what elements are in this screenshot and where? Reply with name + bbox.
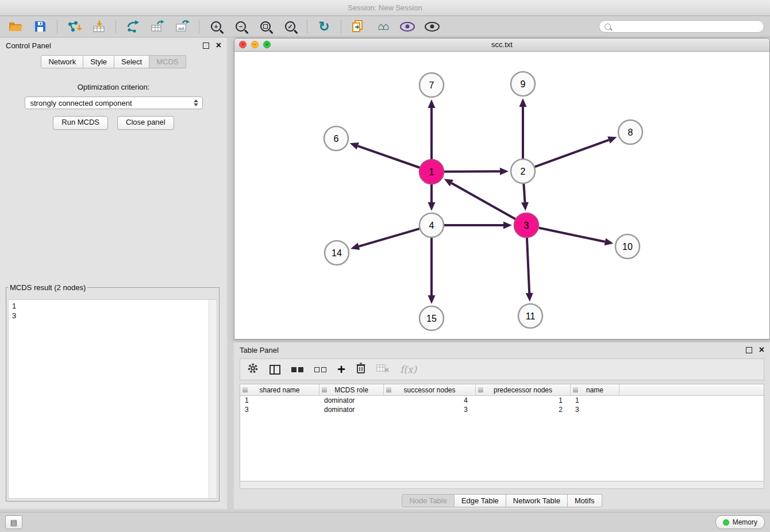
toolbar-separator bbox=[57, 20, 57, 33]
graph-edge-2-3[interactable] bbox=[523, 184, 525, 202]
delete-table-button[interactable] bbox=[376, 363, 389, 376]
gear-icon bbox=[247, 363, 259, 374]
search-icon bbox=[605, 24, 611, 30]
graph-node-label-2: 2 bbox=[521, 167, 526, 176]
memory-status-icon bbox=[723, 519, 729, 526]
zoom-fit-icon bbox=[260, 21, 271, 32]
cell-mcds-role: dominator bbox=[319, 406, 384, 414]
show-columns-button[interactable] bbox=[270, 365, 280, 375]
column-header-name[interactable]: name bbox=[571, 384, 619, 395]
graph-node-label-6: 6 bbox=[334, 134, 339, 144]
graph-edge-4-14[interactable] bbox=[359, 229, 419, 246]
search-input[interactable] bbox=[615, 22, 759, 31]
export-table-button[interactable] bbox=[148, 18, 167, 35]
zoom-in-icon: + bbox=[211, 21, 221, 32]
table-panel: Table Panel × + bbox=[234, 342, 770, 509]
column-header-mcds-role[interactable]: MCDS role bbox=[319, 384, 384, 395]
network-window-titlebar[interactable]: × − + scc.txt bbox=[234, 38, 769, 52]
window-zoom-icon[interactable]: + bbox=[263, 41, 271, 48]
graph-arrowhead-1-7 bbox=[428, 99, 436, 108]
tab-edge-table[interactable]: Edge Table bbox=[455, 494, 506, 507]
zoom-fit-button[interactable] bbox=[256, 18, 275, 35]
graph-edge-3-11[interactable] bbox=[527, 238, 529, 293]
network-canvas[interactable]: 7968124314101511 bbox=[235, 52, 769, 338]
cell-name: 1 bbox=[571, 396, 619, 404]
column-header-shared-name[interactable]: shared name bbox=[240, 384, 319, 395]
show-panels-button[interactable]: ▤ bbox=[5, 515, 22, 529]
column-header-successor-nodes[interactable]: successor nodes bbox=[384, 384, 476, 395]
float-panel-icon[interactable] bbox=[203, 43, 209, 49]
tab-network-table[interactable]: Network Table bbox=[506, 494, 568, 507]
graphics-details-button[interactable] bbox=[398, 18, 417, 35]
export-network-button[interactable] bbox=[123, 18, 143, 35]
export-network-icon bbox=[126, 20, 140, 33]
graph-arrowhead-2-8 bbox=[607, 137, 617, 144]
mcds-result-line: 1 bbox=[12, 301, 213, 311]
export-image-button[interactable] bbox=[172, 18, 192, 35]
graph-edge-3-10[interactable] bbox=[539, 228, 605, 242]
table-row[interactable]: 1 dominator 4 1 1 bbox=[240, 396, 764, 405]
tab-network[interactable]: Network bbox=[41, 55, 83, 68]
import-table-button[interactable] bbox=[89, 18, 109, 35]
deselect-all-rows-button[interactable] bbox=[314, 367, 326, 372]
mcds-result-title: MCDS result (2 nodes) bbox=[8, 283, 87, 292]
memory-button[interactable]: Memory bbox=[715, 515, 765, 529]
table-horizontal-scrollbar[interactable] bbox=[240, 481, 764, 489]
close-panel-icon[interactable]: × bbox=[759, 345, 764, 354]
zoom-selected-button[interactable]: ✓ bbox=[280, 18, 300, 35]
mcds-result-line: 3 bbox=[12, 311, 213, 321]
column-flag-icon bbox=[386, 388, 391, 392]
window-close-icon[interactable]: × bbox=[239, 41, 247, 48]
zoom-in-button[interactable]: + bbox=[206, 18, 226, 35]
run-mcds-button[interactable]: Run MCDS bbox=[53, 116, 108, 130]
close-panel-icon[interactable]: × bbox=[216, 41, 221, 50]
cell-shared-name: 1 bbox=[240, 396, 319, 404]
import-network-button[interactable] bbox=[64, 18, 84, 35]
status-bar: ▤ Memory bbox=[0, 512, 770, 532]
cell-successor-nodes: 3 bbox=[384, 406, 476, 414]
clone-network-button[interactable] bbox=[348, 18, 368, 35]
panel-menu-icon: ▤ bbox=[10, 518, 17, 527]
float-panel-icon[interactable] bbox=[746, 347, 752, 353]
network-graph: 7968124314101511 bbox=[235, 52, 769, 338]
open-session-button[interactable] bbox=[6, 18, 25, 35]
graph-edge-1-2[interactable] bbox=[444, 171, 500, 172]
tab-mcds[interactable]: MCDS bbox=[149, 55, 186, 68]
graph-arrowhead-1-2 bbox=[500, 168, 509, 175]
table-settings-button[interactable] bbox=[247, 363, 259, 376]
refresh-button[interactable]: ↻ bbox=[314, 18, 334, 35]
save-session-button[interactable] bbox=[30, 18, 50, 35]
table-panel-tabs: Node Table Edge Table Network Table Moti… bbox=[234, 494, 770, 507]
window-minimize-icon[interactable]: − bbox=[251, 41, 259, 48]
double-house-button[interactable]: ⌂⌂ bbox=[373, 18, 392, 35]
graph-node-label-14: 14 bbox=[332, 248, 342, 258]
tab-select[interactable]: Select bbox=[114, 55, 149, 68]
result-scrollbar[interactable] bbox=[209, 300, 217, 498]
graph-node-label-11: 11 bbox=[526, 311, 536, 321]
close-panel-button[interactable]: Close panel bbox=[117, 116, 174, 130]
control-panel-tabs: Network Style Select MCDS bbox=[0, 55, 227, 68]
graph-node-label-9: 9 bbox=[521, 79, 526, 89]
column-flag-icon bbox=[478, 388, 483, 392]
node-table: shared name MCDS role successor nodes pr… bbox=[240, 384, 764, 481]
graph-edge-1-6[interactable] bbox=[358, 146, 419, 168]
delete-column-button[interactable] bbox=[356, 363, 365, 376]
control-panel-header: Control Panel × bbox=[0, 38, 227, 53]
dropdown-selected-value: strongly connected component bbox=[30, 99, 132, 107]
function-builder-button[interactable]: f(x) bbox=[400, 364, 417, 375]
mcds-result-area[interactable]: 1 3 bbox=[8, 299, 217, 499]
column-flag-icon bbox=[322, 388, 327, 392]
show-hide-button[interactable] bbox=[422, 18, 442, 35]
column-header-predecessor-nodes[interactable]: predecessor nodes bbox=[476, 384, 571, 395]
graph-edge-3-1[interactable] bbox=[452, 183, 515, 219]
optimization-criterion-select[interactable]: strongly connected component bbox=[25, 97, 203, 109]
cell-mcds-role: dominator bbox=[319, 396, 384, 404]
tab-motifs[interactable]: Motifs bbox=[568, 494, 602, 507]
tab-node-table[interactable]: Node Table bbox=[402, 494, 455, 507]
tab-style[interactable]: Style bbox=[83, 55, 114, 68]
add-column-button[interactable]: + bbox=[337, 363, 345, 376]
table-row[interactable]: 3 dominator 3 2 3 bbox=[240, 405, 764, 414]
graph-edge-2-8[interactable] bbox=[535, 140, 609, 167]
select-all-rows-button[interactable] bbox=[291, 367, 303, 372]
zoom-out-button[interactable]: − bbox=[231, 18, 251, 35]
